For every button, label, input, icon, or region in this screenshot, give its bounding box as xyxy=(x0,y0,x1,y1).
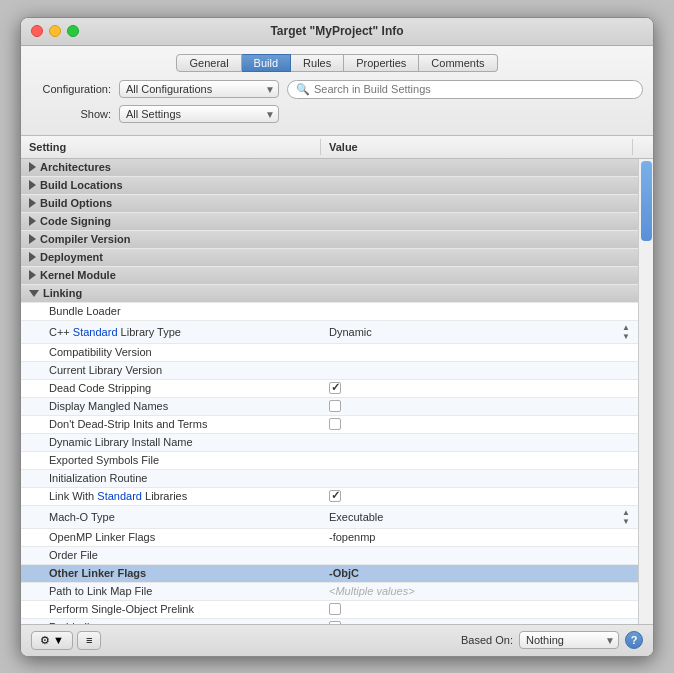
based-on-select[interactable]: Nothing xyxy=(519,631,619,649)
row-compat-version[interactable]: Compatibility Version xyxy=(21,344,638,362)
openmp-flags-value: -fopenmp xyxy=(321,529,638,546)
footer-right: Based On: Nothing ▼ ? xyxy=(461,631,643,649)
row-single-obj-prelink[interactable]: Perform Single-Object Prelink xyxy=(21,601,638,619)
link-std-libs-setting: Link With Standard Libraries xyxy=(21,488,321,505)
row-openmp-flags[interactable]: OpenMP Linker Flags -fopenmp xyxy=(21,529,638,547)
scrollbar-track[interactable] xyxy=(638,159,653,624)
current-lib-version-setting: Current Library Version xyxy=(21,362,321,379)
section-kernel-module[interactable]: Kernel Module xyxy=(21,267,638,285)
list-button[interactable]: ≡ xyxy=(77,631,101,650)
dead-code-stripping-checkbox[interactable] xyxy=(329,382,341,394)
scrollbar-thumb[interactable] xyxy=(641,161,652,241)
compiler-version-value xyxy=(321,231,638,248)
macho-type-setting: Mach-O Type xyxy=(21,506,321,528)
row-init-routine[interactable]: Initialization Routine xyxy=(21,470,638,488)
search-icon: 🔍 xyxy=(296,83,310,96)
row-macho-type[interactable]: Mach-O Type Executable ▲▼ xyxy=(21,506,638,529)
compiler-version-triangle xyxy=(29,234,36,244)
row-cpp-std-lib[interactable]: C++ Standard Library Type Dynamic ▲▼ xyxy=(21,321,638,344)
traffic-lights xyxy=(31,25,79,37)
footer: ⚙ ▼ ≡ Based On: Nothing ▼ ? xyxy=(21,624,653,656)
architectures-value xyxy=(321,159,638,176)
section-build-locations[interactable]: Build Locations xyxy=(21,177,638,195)
prebinding-checkbox[interactable] xyxy=(329,621,341,624)
row-order-file[interactable]: Order File xyxy=(21,547,638,565)
row-current-lib-version[interactable]: Current Library Version xyxy=(21,362,638,380)
compat-version-setting: Compatibility Version xyxy=(21,344,321,361)
help-button[interactable]: ? xyxy=(625,631,643,649)
exported-symbols-setting: Exported Symbols File xyxy=(21,452,321,469)
macho-type-value: Executable ▲▼ xyxy=(321,506,638,528)
configuration-select[interactable]: All Configurations xyxy=(119,80,279,98)
section-architectures[interactable]: Architectures xyxy=(21,159,638,177)
other-linker-flags-setting: Other Linker Flags xyxy=(21,565,321,582)
dylib-install-name-value xyxy=(321,434,638,451)
header-value: Value xyxy=(321,139,633,155)
row-link-std-libs[interactable]: Link With Standard Libraries xyxy=(21,488,638,506)
openmp-flags-setting: OpenMP Linker Flags xyxy=(21,529,321,546)
section-code-signing[interactable]: Code Signing xyxy=(21,213,638,231)
close-button[interactable] xyxy=(31,25,43,37)
help-icon: ? xyxy=(631,634,638,646)
display-mangled-names-checkbox[interactable] xyxy=(329,400,341,412)
toolbar: General Build Rules Properties Comments … xyxy=(21,46,653,136)
dont-dead-strip-setting: Don't Dead-Strip Inits and Terms xyxy=(21,416,321,433)
build-locations-value xyxy=(321,177,638,194)
tab-general[interactable]: General xyxy=(176,54,241,72)
macho-type-stepper[interactable]: ▲▼ xyxy=(622,508,630,526)
display-mangled-names-value[interactable] xyxy=(321,398,638,415)
search-box[interactable]: 🔍 xyxy=(287,80,643,99)
single-obj-prelink-value[interactable] xyxy=(321,601,638,618)
header-setting: Setting xyxy=(21,139,321,155)
table-body[interactable]: Architectures Build Locations xyxy=(21,159,638,624)
single-obj-prelink-checkbox[interactable] xyxy=(329,603,341,615)
table-content: Setting Value Architectures Bu xyxy=(21,136,653,624)
section-deployment[interactable]: Deployment xyxy=(21,249,638,267)
section-build-options[interactable]: Build Options xyxy=(21,195,638,213)
row-exported-symbols[interactable]: Exported Symbols File xyxy=(21,452,638,470)
row-dont-dead-strip[interactable]: Don't Dead-Strip Inits and Terms xyxy=(21,416,638,434)
row-dead-code-stripping[interactable]: Dead Code Stripping xyxy=(21,380,638,398)
cpp-std-lib-setting: C++ Standard Library Type xyxy=(21,321,321,343)
bundle-loader-value xyxy=(321,303,638,320)
build-options-value xyxy=(321,195,638,212)
dont-dead-strip-checkbox[interactable] xyxy=(329,418,341,430)
section-compiler-version[interactable]: Compiler Version xyxy=(21,231,638,249)
row-bundle-loader[interactable]: Bundle Loader xyxy=(21,303,638,321)
link-std-libs-checkbox[interactable] xyxy=(329,490,341,502)
compiler-version-label: Compiler Version xyxy=(40,233,130,245)
window-title: Target "MyProject" Info xyxy=(270,24,403,38)
cpp-std-lib-stepper[interactable]: ▲▼ xyxy=(622,323,630,341)
maximize-button[interactable] xyxy=(67,25,79,37)
tab-properties[interactable]: Properties xyxy=(344,54,419,72)
configuration-select-container: All Configurations ▼ xyxy=(119,80,279,98)
dont-dead-strip-value[interactable] xyxy=(321,416,638,433)
code-signing-triangle xyxy=(29,216,36,226)
footer-left: ⚙ ▼ ≡ xyxy=(31,631,101,650)
gear-button[interactable]: ⚙ ▼ xyxy=(31,631,73,650)
configuration-row: Configuration: All Configurations ▼ 🔍 xyxy=(31,80,643,99)
show-row: Show: All Settings ▼ xyxy=(31,105,643,123)
section-linking[interactable]: Linking xyxy=(21,285,638,303)
architectures-label: Architectures xyxy=(40,161,111,173)
exported-symbols-value xyxy=(321,452,638,469)
link-std-libs-value[interactable] xyxy=(321,488,638,505)
minimize-button[interactable] xyxy=(49,25,61,37)
dylib-install-name-setting: Dynamic Library Install Name xyxy=(21,434,321,451)
row-link-map-path[interactable]: Path to Link Map File <Multiple values> xyxy=(21,583,638,601)
row-other-linker-flags[interactable]: Other Linker Flags -ObjC xyxy=(21,565,638,583)
dead-code-stripping-value[interactable] xyxy=(321,380,638,397)
list-icon: ≡ xyxy=(86,634,92,646)
init-routine-value xyxy=(321,470,638,487)
init-routine-setting: Initialization Routine xyxy=(21,470,321,487)
show-select[interactable]: All Settings xyxy=(119,105,279,123)
search-input[interactable] xyxy=(314,83,634,95)
row-display-mangled-names[interactable]: Display Mangled Names xyxy=(21,398,638,416)
tab-comments[interactable]: Comments xyxy=(419,54,497,72)
row-dylib-install-name[interactable]: Dynamic Library Install Name xyxy=(21,434,638,452)
tab-build[interactable]: Build xyxy=(242,54,291,72)
architectures-triangle xyxy=(29,162,36,172)
tab-bar: General Build Rules Properties Comments xyxy=(31,54,643,72)
tab-rules[interactable]: Rules xyxy=(291,54,344,72)
linking-label: Linking xyxy=(43,287,82,299)
